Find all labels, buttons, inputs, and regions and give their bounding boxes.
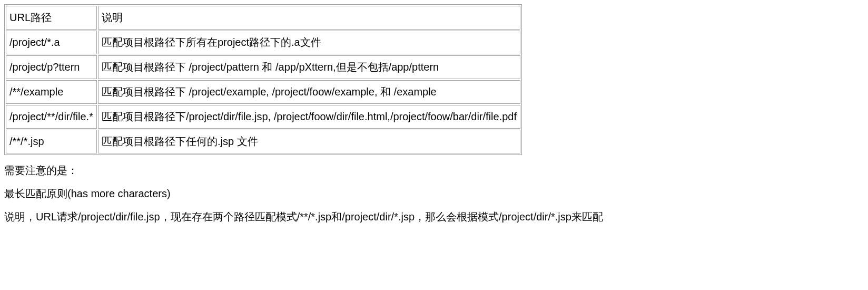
- cell-desc: 匹配项目根路径下任何的.jsp 文件: [98, 130, 520, 153]
- notes-section: 需要注意的是： 最长匹配原则(has more characters) 说明，U…: [4, 162, 864, 225]
- table-row: /project/*.a 匹配项目根路径下所有在project路径下的.a文件: [6, 31, 520, 54]
- cell-desc: 匹配项目根路径下 /project/pattern 和 /app/pXttern…: [98, 55, 520, 79]
- cell-path: /**/example: [6, 80, 97, 104]
- note-paragraph: 说明，URL请求/project/dir/file.jsp，现在存在两个路径匹配…: [4, 209, 864, 225]
- cell-path: /project/**/dir/file.*: [6, 105, 97, 129]
- note-paragraph: 需要注意的是：: [4, 162, 864, 178]
- cell-desc: 匹配项目根路径下/project/dir/file.jsp, /project/…: [98, 105, 520, 129]
- table-header-row: URL路径 说明: [6, 6, 520, 30]
- cell-path: /project/p?ttern: [6, 55, 97, 79]
- cell-desc: 匹配项目根路径下 /project/example, /project/foow…: [98, 80, 520, 104]
- cell-path: /project/*.a: [6, 31, 97, 54]
- cell-path: /**/*.jsp: [6, 130, 97, 153]
- cell-desc: 匹配项目根路径下所有在project路径下的.a文件: [98, 31, 520, 54]
- url-pattern-table: URL路径 说明 /project/*.a 匹配项目根路径下所有在project…: [4, 4, 522, 155]
- note-paragraph: 最长匹配原则(has more characters): [4, 186, 864, 201]
- table-row: /project/p?ttern 匹配项目根路径下 /project/patte…: [6, 55, 520, 79]
- table-row: /**/*.jsp 匹配项目根路径下任何的.jsp 文件: [6, 130, 520, 153]
- header-col-path: URL路径: [6, 6, 97, 30]
- table-row: /**/example 匹配项目根路径下 /project/example, /…: [6, 80, 520, 104]
- table-row: /project/**/dir/file.* 匹配项目根路径下/project/…: [6, 105, 520, 129]
- header-col-desc: 说明: [98, 6, 520, 30]
